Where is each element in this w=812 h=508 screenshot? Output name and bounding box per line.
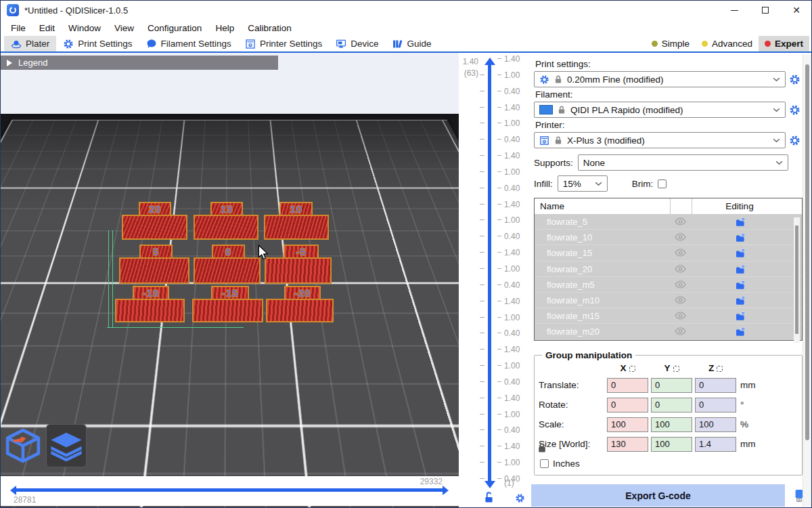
edit-settings-icon[interactable]	[735, 248, 746, 259]
calibration-object[interactable]: 5	[119, 245, 189, 284]
tick-row: 1.00	[459, 165, 531, 181]
mode-simple[interactable]: Simple	[646, 36, 696, 51]
menu-item[interactable]: Help	[208, 22, 241, 35]
y-value-input[interactable]: 100	[651, 417, 692, 432]
z-value-input[interactable]: 1.4	[695, 437, 736, 452]
panel-scrollbar[interactable]	[803, 54, 811, 507]
build-plate-scene[interactable]: 20 15 10 5 0	[0, 114, 459, 508]
calibration-object[interactable]: 10	[264, 202, 329, 240]
print-settings-select[interactable]: 0.20mm Fine (modified)	[534, 71, 786, 87]
menu-item[interactable]: Edit	[32, 22, 62, 35]
moves-slider[interactable]	[16, 488, 443, 492]
edit-printer-button[interactable]	[789, 135, 801, 146]
object-row[interactable]: flowrate_m20	[535, 324, 802, 339]
calibration-object[interactable]: 0	[194, 245, 261, 284]
z-value-input[interactable]: 0	[695, 398, 736, 412]
export-gcode-button[interactable]: Export G-code	[531, 484, 785, 507]
object-row[interactable]: flowrate_m15	[535, 308, 802, 324]
visibility-eye-icon[interactable]	[675, 327, 686, 335]
editor-view-button[interactable]	[3, 424, 43, 467]
visibility-eye-icon[interactable]	[675, 265, 686, 273]
3d-viewport[interactable]: Legend 20 15 10	[0, 53, 459, 508]
x-value-input[interactable]: 130	[607, 437, 648, 452]
list-scrollbar-thumb[interactable]	[795, 226, 798, 334]
tab-guide[interactable]: Guide	[385, 36, 438, 51]
printer-value: X-Plus 3 (modified)	[567, 135, 645, 146]
visibility-eye-icon[interactable]	[675, 280, 686, 289]
mode-expert[interactable]: Expert	[759, 36, 809, 51]
infill-select[interactable]: 15%	[558, 175, 608, 192]
slider-settings-gear-icon[interactable]	[515, 493, 525, 503]
tick-dash	[480, 75, 484, 75]
edit-settings-icon[interactable]	[735, 295, 746, 306]
edit-filament-button[interactable]	[789, 104, 801, 116]
calibration-object[interactable]: -15	[192, 286, 263, 322]
y-value-input[interactable]: 0	[651, 378, 692, 393]
edit-settings-icon[interactable]	[735, 217, 746, 228]
y-value-input[interactable]: 0	[651, 398, 692, 412]
app-icon	[7, 4, 19, 16]
edit-settings-icon[interactable]	[735, 326, 746, 337]
slider-lock-icon[interactable]	[484, 492, 494, 503]
edit-print-settings-button[interactable]	[789, 74, 801, 85]
object-slab	[122, 215, 187, 240]
object-flow-label: 0	[212, 245, 245, 259]
visibility-eye-icon[interactable]	[675, 217, 686, 226]
object-row[interactable]: flowrate_15	[535, 245, 802, 261]
printer-select[interactable]: X-Plus 3 (modified)	[534, 132, 786, 148]
z-value-input[interactable]: 0	[695, 378, 736, 393]
calibration-object[interactable]: 15	[194, 202, 258, 240]
visibility-eye-icon[interactable]	[675, 233, 686, 241]
menu-item[interactable]: Window	[62, 22, 108, 35]
object-row[interactable]: flowrate_m10	[535, 293, 802, 308]
calibration-object[interactable]: -10	[115, 286, 185, 322]
menu-item[interactable]: File	[4, 22, 32, 35]
chevron-down-icon	[775, 161, 783, 165]
calibration-object[interactable]: -5	[265, 245, 332, 284]
uniform-scale-lock-icon[interactable]	[537, 442, 547, 453]
tab-print-settings[interactable]: Print Settings	[56, 36, 139, 51]
panel-scrollbar-thumb[interactable]	[805, 64, 809, 440]
maximize-button[interactable]	[750, 0, 781, 20]
filament-select[interactable]: QIDI PLA Rapido (modified)	[534, 102, 786, 118]
visibility-eye-icon[interactable]	[675, 296, 686, 304]
vslider-ticks: 1.40 1.00 0.40 1.40	[459, 51, 531, 488]
column-divider	[692, 198, 692, 214]
menu-item[interactable]: View	[108, 22, 141, 35]
y-value-input[interactable]: 100	[651, 437, 692, 452]
minimize-button[interactable]	[719, 0, 750, 20]
tab-printer-settings[interactable]: Printer Settings	[238, 36, 329, 51]
object-row[interactable]: flowrate_5	[535, 214, 802, 230]
tick-row: 0.40	[459, 181, 531, 197]
edit-settings-icon[interactable]	[735, 264, 746, 275]
calibration-object[interactable]: -20	[266, 286, 334, 322]
edit-settings-icon[interactable]	[735, 311, 746, 322]
x-value-input[interactable]: 0	[607, 398, 648, 412]
menu-item[interactable]: Configuration	[141, 22, 208, 35]
z-value-input[interactable]: 100	[695, 417, 736, 432]
object-row[interactable]: flowrate_m5	[535, 277, 802, 293]
supports-select[interactable]: None	[578, 154, 788, 171]
menu-item[interactable]: Calibration	[241, 22, 298, 35]
calibration-object[interactable]: 20	[122, 202, 187, 240]
list-scrollbar[interactable]	[794, 217, 800, 343]
tab-plater[interactable]: Plater	[4, 36, 56, 51]
x-value-input[interactable]: 0	[607, 378, 648, 393]
object-row[interactable]: flowrate_10	[535, 230, 802, 245]
visibility-eye-icon[interactable]	[675, 312, 686, 320]
preview-view-button[interactable]	[46, 424, 87, 467]
legend-label: Legend	[18, 58, 47, 68]
x-value-input[interactable]: 100	[607, 417, 648, 432]
brim-checkbox[interactable]	[658, 179, 667, 188]
tab-filament-settings[interactable]: Filament Settings	[139, 36, 238, 51]
edit-settings-icon[interactable]	[735, 232, 746, 243]
legend-collapsed-bar[interactable]: Legend	[0, 56, 278, 70]
close-button[interactable]: ✕	[781, 0, 812, 20]
visibility-eye-icon[interactable]	[675, 249, 686, 257]
mode-advanced[interactable]: Advanced	[696, 36, 759, 51]
tab-label: Print Settings	[78, 39, 132, 49]
inches-checkbox[interactable]	[540, 459, 549, 468]
edit-settings-icon[interactable]	[735, 280, 746, 291]
object-row[interactable]: flowrate_20	[535, 261, 802, 277]
tab-device[interactable]: Device	[329, 36, 385, 51]
